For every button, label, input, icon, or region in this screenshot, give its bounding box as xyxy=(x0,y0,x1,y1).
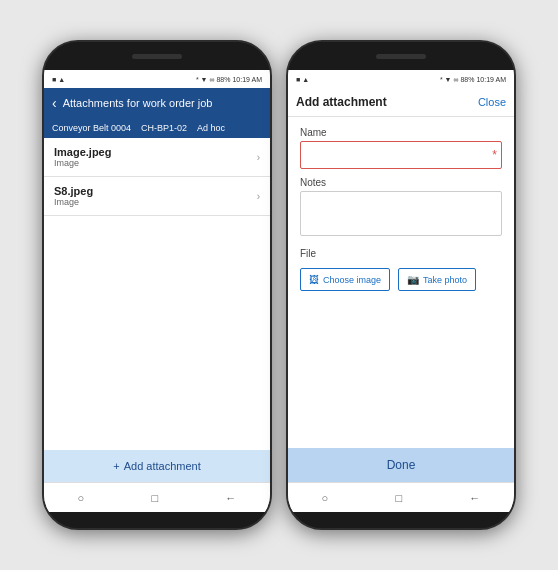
recents-icon-2[interactable]: □ xyxy=(395,492,402,504)
info-bar-1: Conveyor Belt 0004 CH-BP1-02 Ad hoc xyxy=(44,118,270,138)
done-label: Done xyxy=(387,458,416,472)
take-photo-label: Take photo xyxy=(423,275,467,285)
phone-1-bottom-nav: ○ □ ← xyxy=(44,482,270,512)
status-time-2: 10:19 AM xyxy=(476,76,506,83)
list-item-text-1: Image.jpeg Image xyxy=(54,146,111,168)
file-buttons: 🖼 Choose image 📷 Take photo xyxy=(300,268,502,291)
phone-2-bottom-nav: ○ □ ← xyxy=(288,482,514,512)
item-title-1: Image.jpeg xyxy=(54,146,111,158)
status-left-1: ■ ▲ xyxy=(52,76,65,83)
phone-1-chin xyxy=(44,512,270,528)
list-item[interactable]: Image.jpeg Image › xyxy=(44,138,270,177)
back-icon-1[interactable]: ← xyxy=(225,492,236,504)
choose-image-label: Choose image xyxy=(323,275,381,285)
phone-2-top xyxy=(288,42,514,70)
camera-icon: 📷 xyxy=(407,274,419,285)
status-left-2: ■ ▲ xyxy=(296,76,309,83)
form-nav-bar: Add attachment Close xyxy=(288,88,514,117)
chevron-icon-1: › xyxy=(257,152,260,163)
home-icon-2[interactable]: ○ xyxy=(322,492,329,504)
take-photo-button[interactable]: 📷 Take photo xyxy=(398,268,476,291)
form-title: Add attachment xyxy=(296,95,387,109)
item-sub-2: Image xyxy=(54,197,93,207)
phone-2-screen: ■ ▲ * ▼ ∞ 88% 10:19 AM Add attachment Cl… xyxy=(288,70,514,512)
item-title-2: S8.jpeg xyxy=(54,185,93,197)
name-field-group: Name * xyxy=(300,127,502,169)
status-bar-1: ■ ▲ * ▼ ∞ 88% 10:19 AM xyxy=(44,70,270,88)
add-attachment-button[interactable]: + Add attachment xyxy=(44,450,270,482)
status-time-1: 10:19 AM xyxy=(232,76,262,83)
status-signal-1: * ▼ ∞ 88% xyxy=(196,76,231,83)
name-input[interactable] xyxy=(300,141,502,169)
name-label: Name xyxy=(300,127,502,138)
required-star: * xyxy=(492,148,497,162)
phone-1-screen: ■ ▲ * ▼ ∞ 88% 10:19 AM ‹ Attachments for… xyxy=(44,70,270,512)
chevron-icon-2: › xyxy=(257,191,260,202)
phone-1: ■ ▲ * ▼ ∞ 88% 10:19 AM ‹ Attachments for… xyxy=(42,40,272,530)
notes-field-group: Notes xyxy=(300,177,502,240)
file-section: File 🖼 Choose image 📷 Take photo xyxy=(300,248,502,291)
home-icon-1[interactable]: ○ xyxy=(78,492,85,504)
list-item[interactable]: S8.jpeg Image › xyxy=(44,177,270,216)
info-item-3: Ad hoc xyxy=(197,123,225,133)
recents-icon-1[interactable]: □ xyxy=(151,492,158,504)
add-attachment-form: Name * Notes File 🖼 xyxy=(288,117,514,448)
phone-1-top xyxy=(44,42,270,70)
info-item-2: CH-BP1-02 xyxy=(141,123,187,133)
status-icons-left-1: ■ ▲ xyxy=(52,76,65,83)
nav-bar-1: ‹ Attachments for work order job xyxy=(44,88,270,118)
status-right-2: * ▼ ∞ 88% 10:19 AM xyxy=(440,76,506,83)
image-icon: 🖼 xyxy=(309,274,319,285)
close-button[interactable]: Close xyxy=(478,96,506,108)
status-signal-2: * ▼ ∞ 88% xyxy=(440,76,475,83)
attachments-list: Image.jpeg Image › S8.jpeg Image › xyxy=(44,138,270,450)
notes-label: Notes xyxy=(300,177,502,188)
status-bar-2: ■ ▲ * ▼ ∞ 88% 10:19 AM xyxy=(288,70,514,88)
speaker-2 xyxy=(376,54,426,59)
phone-2: ■ ▲ * ▼ ∞ 88% 10:19 AM Add attachment Cl… xyxy=(286,40,516,530)
speaker xyxy=(132,54,182,59)
name-input-wrapper: * xyxy=(300,141,502,169)
notes-input[interactable] xyxy=(300,191,502,236)
done-button[interactable]: Done xyxy=(288,448,514,482)
add-attachment-label: Add attachment xyxy=(124,460,201,472)
phone-2-chin xyxy=(288,512,514,528)
back-arrow-1[interactable]: ‹ xyxy=(52,95,57,111)
back-icon-2[interactable]: ← xyxy=(469,492,480,504)
choose-image-button[interactable]: 🖼 Choose image xyxy=(300,268,390,291)
list-item-text-2: S8.jpeg Image xyxy=(54,185,93,207)
status-right-1: * ▼ ∞ 88% 10:19 AM xyxy=(196,76,262,83)
file-label: File xyxy=(300,248,502,259)
status-icons-left-2: ■ ▲ xyxy=(296,76,309,83)
nav-title-1: Attachments for work order job xyxy=(63,97,213,109)
add-icon: + xyxy=(113,460,119,472)
info-item-1: Conveyor Belt 0004 xyxy=(52,123,131,133)
item-sub-1: Image xyxy=(54,158,111,168)
